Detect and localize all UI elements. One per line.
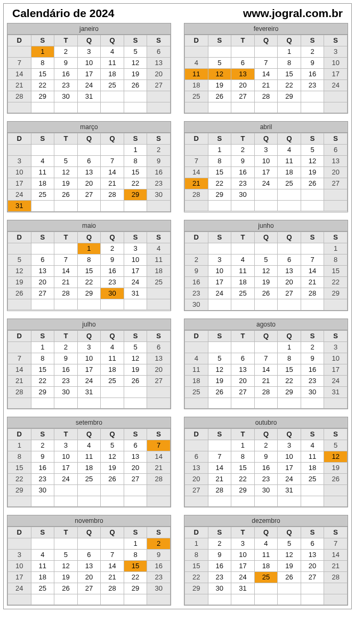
day-cell: 26 (124, 80, 147, 91)
day-cell: 29 (31, 91, 54, 102)
weekday-header: Q (278, 35, 301, 46)
month-name: junho (184, 220, 348, 232)
weekday-header: S (324, 232, 348, 243)
empty-cell (31, 594, 54, 605)
day-cell: 22 (124, 178, 147, 189)
day-cell: 3 (324, 342, 348, 353)
day-cell: 9 (54, 58, 78, 69)
day-cell: 29 (231, 485, 255, 496)
site-url: www.jogral.com.br (243, 7, 343, 20)
weekday-header: S (208, 232, 231, 243)
empty-cell (8, 145, 31, 156)
day-cell: 1 (208, 145, 231, 156)
empty-cell (124, 201, 147, 212)
day-cell: 13 (77, 167, 101, 178)
weekday-header: S (147, 429, 171, 440)
empty-cell (8, 538, 31, 550)
empty-cell (185, 594, 208, 605)
day-cell: 18 (185, 376, 208, 387)
day-cell: 8 (278, 353, 301, 364)
month-name: janeiro (7, 23, 171, 35)
empty-cell (254, 299, 278, 311)
day-cell: 3 (208, 255, 231, 266)
day-cell: 17 (278, 463, 301, 474)
weekday-header: Q (101, 35, 124, 46)
day-cell: 15 (231, 463, 255, 474)
empty-cell (77, 102, 101, 113)
day-cell: 13 (77, 561, 101, 572)
empty-cell (324, 91, 348, 102)
empty-cell (77, 485, 101, 496)
empty-cell (208, 299, 231, 311)
weekday-header: Q (77, 429, 101, 440)
day-cell: 3 (54, 440, 78, 451)
weekday-header: S (208, 331, 231, 342)
day-cell: 3 (8, 156, 31, 167)
weekday-header: S (147, 232, 171, 243)
day-cell: 24 (77, 80, 101, 91)
empty-cell (278, 189, 301, 201)
day-cell: 1 (124, 538, 147, 550)
day-cell: 10 (231, 550, 255, 561)
day-cell: 13 (31, 266, 54, 277)
day-cell: 30 (231, 189, 255, 201)
weekday-header: D (185, 35, 208, 46)
month-name: outubro (184, 417, 348, 428)
day-cell: 21 (208, 474, 231, 485)
empty-cell (124, 398, 147, 409)
day-cell: 6 (231, 353, 255, 364)
month-table: DSTQQSS123456789101112131415161718192021… (184, 527, 348, 605)
day-cell: 12 (54, 561, 78, 572)
day-cell: 21 (8, 80, 31, 91)
day-cell: 20 (278, 277, 301, 288)
empty-cell (254, 102, 278, 113)
empty-cell (147, 102, 171, 113)
empty-cell (124, 387, 147, 398)
empty-cell (124, 91, 147, 102)
weekday-header: D (185, 429, 208, 440)
weekday-header: Q (101, 133, 124, 145)
day-cell: 12 (54, 167, 78, 178)
day-cell: 2 (208, 538, 231, 550)
weekday-header: S (147, 35, 171, 46)
weekday-header: S (208, 35, 231, 46)
day-cell: 7 (185, 156, 208, 167)
weekday-header: S (324, 429, 348, 440)
page-title: Calendário de 2024 (12, 7, 114, 20)
day-cell: 23 (147, 178, 171, 189)
day-cell: 7 (8, 353, 31, 364)
empty-cell (301, 91, 324, 102)
weekday-header: Q (278, 133, 301, 145)
empty-cell (101, 145, 124, 156)
day-cell: 1 (278, 342, 301, 353)
day-cell: 22 (324, 277, 348, 288)
day-cell: 15 (208, 167, 231, 178)
day-cell: 24 (254, 178, 278, 189)
empty-cell (8, 496, 31, 507)
day-cell: 8 (31, 58, 54, 69)
empty-cell (101, 485, 124, 496)
day-cell: 24 (77, 376, 101, 387)
day-cell: 20 (324, 167, 348, 178)
day-cell: 14 (324, 550, 348, 561)
empty-cell (254, 243, 278, 255)
day-cell: 21 (301, 277, 324, 288)
day-cell: 27 (231, 91, 255, 102)
day-cell: 10 (8, 167, 31, 178)
weekday-header: S (301, 429, 324, 440)
empty-cell (208, 594, 231, 605)
empty-cell (208, 398, 231, 409)
day-cell: 19 (301, 167, 324, 178)
month-table: DSTQQSS123456789101112131415161718192021… (7, 527, 171, 605)
day-cell: 7 (101, 156, 124, 167)
day-cell: 25 (185, 387, 208, 398)
empty-cell (301, 243, 324, 255)
day-cell: 29 (124, 189, 147, 201)
month-table: DSTQQSS123456789101112131415161718192021… (7, 35, 171, 113)
day-cell: 30 (185, 299, 208, 311)
month-name: agosto (184, 319, 348, 330)
day-cell: 24 (8, 189, 31, 201)
month-fevereiro: fevereiroDSTQQSS123456789101112131415161… (184, 23, 348, 114)
empty-cell (278, 102, 301, 113)
empty-cell (77, 496, 101, 507)
